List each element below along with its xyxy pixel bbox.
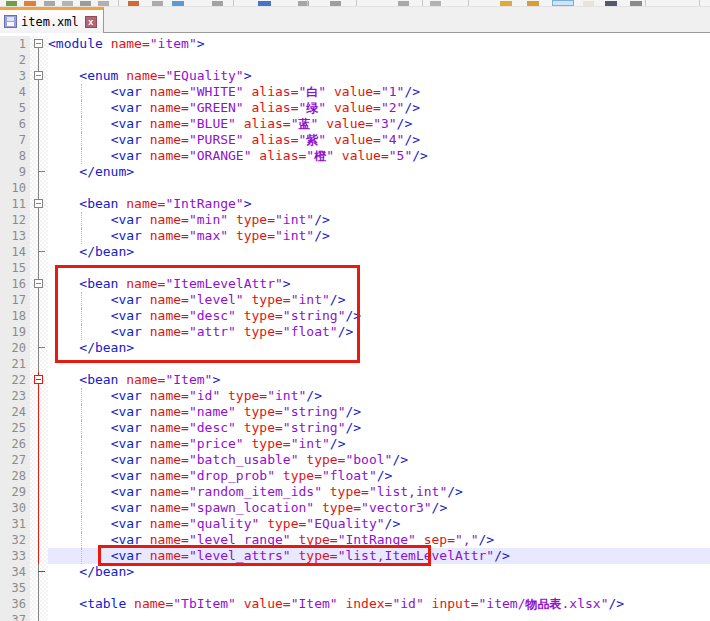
toolbar-icon-fragment[interactable] [605,1,617,6]
code-text[interactable]: <var name="quality" type="EQuality"/> [48,516,710,532]
line-number[interactable]: 27 [0,452,30,468]
code-text[interactable]: <module name="item"> [48,36,710,52]
code-line[interactable]: 34 </bean> [0,564,710,580]
code-text[interactable]: <var name="ORANGE" alias="橙" value="5"/> [48,148,710,164]
toolbar-icon-fragment[interactable] [24,1,36,6]
toolbar-icon-fragment[interactable] [152,1,163,6]
code-line[interactable]: 37 [0,612,710,621]
code-text[interactable]: <var name="min" type="int"/> [48,212,710,228]
tab-item-xml[interactable]: item.xml x [0,7,104,33]
code-text[interactable]: <var name="random_item_ids" type="list,i… [48,484,710,500]
code-line[interactable]: 26 <var name="price" type="int"/> [0,436,710,452]
code-line[interactable]: 1<module name="item"> [0,36,710,52]
code-text[interactable] [48,580,710,596]
line-number[interactable]: 9 [0,164,30,180]
code-line[interactable]: 8 <var name="ORANGE" alias="橙" value="5"… [0,148,710,164]
fold-toggle-icon[interactable] [30,36,48,52]
fold-toggle-icon[interactable] [30,196,48,212]
line-number[interactable]: 15 [0,260,30,276]
line-number[interactable]: 14 [0,244,30,260]
line-number[interactable]: 30 [0,500,30,516]
code-line[interactable]: 3 <enum name="EQuality"> [0,68,710,84]
line-number[interactable]: 26 [0,436,30,452]
code-line[interactable]: 30 <var name="spawn_location" type="vect… [0,500,710,516]
line-number[interactable]: 24 [0,404,30,420]
code-text[interactable]: <var name="name" type="string"/> [48,404,710,420]
code-text[interactable]: <var name="level_range" type="IntRange" … [48,532,710,548]
code-line[interactable]: 4 <var name="WHITE" alias="白" value="1"/… [0,84,710,100]
fold-toggle-icon[interactable] [30,372,48,388]
code-text[interactable] [48,612,710,621]
code-text[interactable]: <var name="max" type="int"/> [48,228,710,244]
code-text[interactable]: </enum> [48,164,710,180]
line-number[interactable]: 17 [0,292,30,308]
toolbar-icon-fragment[interactable] [500,1,512,6]
code-text[interactable]: <var name="desc" type="string"/> [48,420,710,436]
code-line[interactable]: 28 <var name="drop_prob" type="float"/> [0,468,710,484]
code-text[interactable]: <var name="WHITE" alias="白" value="1"/> [48,84,710,100]
code-text[interactable]: <bean name="ItemLevelAttr"> [48,276,710,292]
fold-toggle-icon[interactable] [30,276,48,292]
toolbar-icon-fragment[interactable] [212,1,223,6]
toolbar-icon-fragment[interactable] [630,1,642,6]
code-text[interactable]: <bean name="Item"> [48,372,710,388]
editor[interactable]: 1<module name="item">23 <enum name="EQua… [0,33,710,621]
code-text[interactable]: <var name="desc" type="string"/> [48,308,710,324]
line-number[interactable]: 2 [0,52,30,68]
line-number[interactable]: 19 [0,324,30,340]
line-number[interactable]: 36 [0,596,30,612]
code-line[interactable]: 10 [0,180,710,196]
toolbar-icon-fragment[interactable] [128,1,139,6]
code-line[interactable]: 15 [0,260,710,276]
line-number[interactable]: 12 [0,212,30,228]
line-number[interactable]: 6 [0,116,30,132]
code-line[interactable]: 19 <var name="attr" type="float"/> [0,324,710,340]
code-line[interactable]: 27 <var name="batch_usable" type="bool"/… [0,452,710,468]
code-line[interactable]: 16 <bean name="ItemLevelAttr"> [0,276,710,292]
toolbar-icon-fragment[interactable] [430,1,441,6]
line-number[interactable]: 25 [0,420,30,436]
code-line[interactable]: 21 [0,356,710,372]
toolbar-icon-fragment[interactable] [98,1,109,6]
code-text[interactable]: </bean> [48,340,710,356]
line-number[interactable]: 37 [0,612,30,621]
code-line[interactable]: 12 <var name="min" type="int"/> [0,212,710,228]
code-text[interactable] [48,260,710,276]
code-text[interactable]: <var name="GREEN" alias="绿" value="2"/> [48,100,710,116]
code-text[interactable]: <var name="BLUE" alias="蓝" value="3"/> [48,116,710,132]
line-number[interactable]: 35 [0,580,30,596]
line-number[interactable]: 21 [0,356,30,372]
line-number[interactable]: 32 [0,532,30,548]
code-text[interactable]: <bean name="IntRange"> [48,196,710,212]
toolbar-icon-fragment[interactable] [552,0,574,6]
code-line[interactable]: 20 </bean> [0,340,710,356]
line-number[interactable]: 28 [0,468,30,484]
code-line[interactable]: 13 <var name="max" type="int"/> [0,228,710,244]
code-text[interactable]: <var name="spawn_location" type="vector3… [48,500,710,516]
code-text[interactable]: <var name="drop_prob" type="float"/> [48,468,710,484]
code-line[interactable]: 6 <var name="BLUE" alias="蓝" value="3"/> [0,116,710,132]
toolbar-icon-fragment[interactable] [330,1,341,6]
toolbar-icon-fragment[interactable] [527,1,539,6]
close-icon[interactable]: x [85,16,97,28]
code-line[interactable]: 5 <var name="GREEN" alias="绿" value="2"/… [0,100,710,116]
line-number[interactable]: 20 [0,340,30,356]
code-line[interactable]: 2 [0,52,710,68]
fold-toggle-icon[interactable] [30,68,48,84]
code-text[interactable]: </bean> [48,564,710,580]
code-text[interactable]: <table name="TbItem" value="Item" index=… [48,596,710,612]
toolbar-icon-fragment[interactable] [398,1,409,6]
line-number[interactable]: 1 [0,36,30,52]
toolbar-icon-fragment[interactable] [258,1,271,6]
toolbar-icon-fragment[interactable] [6,1,17,6]
code-text[interactable]: <var name="batch_usable" type="bool"/> [48,452,710,468]
line-number[interactable]: 8 [0,148,30,164]
code-text[interactable]: </bean> [48,244,710,260]
code-text[interactable]: <enum name="EQuality"> [48,68,710,84]
code-line[interactable]: 17 <var name="level" type="int"/> [0,292,710,308]
code-text[interactable] [48,356,710,372]
code-line[interactable]: 9 </enum> [0,164,710,180]
line-number[interactable]: 18 [0,308,30,324]
line-number[interactable]: 29 [0,484,30,500]
code-text[interactable] [48,52,710,68]
